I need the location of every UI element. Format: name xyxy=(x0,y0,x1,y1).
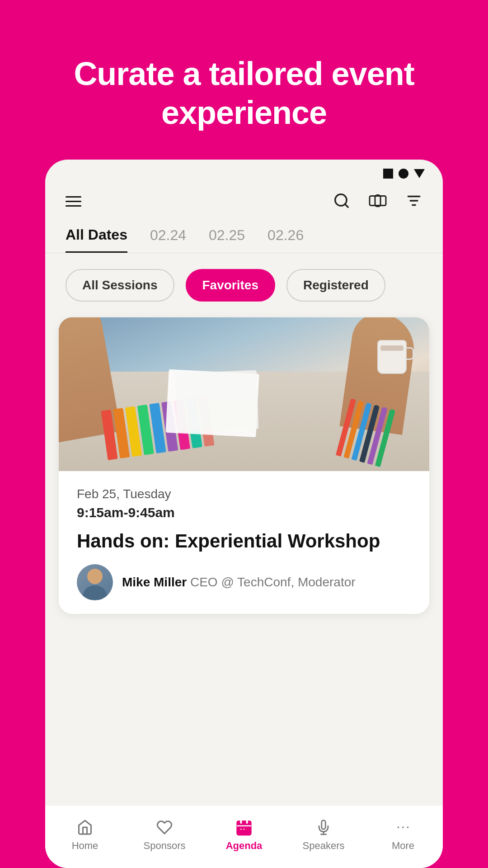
date-tabs: All Dates 02.24 02.25 02.26 xyxy=(45,222,443,253)
nav-item-agenda[interactable]: Agenda xyxy=(204,814,284,855)
nav-label-home: Home xyxy=(72,840,99,852)
heart-icon xyxy=(155,817,174,837)
nav-action-icons xyxy=(333,192,422,211)
session-title: Hands on: Experiential Workshop xyxy=(77,529,411,553)
ticket-button[interactable] xyxy=(368,192,387,211)
hero-section: Curate a tailored event experience xyxy=(0,0,488,160)
ticket-icon xyxy=(368,192,387,209)
search-button[interactable] xyxy=(333,192,350,211)
top-nav xyxy=(45,183,443,222)
avatar xyxy=(77,564,113,600)
phone-container: All Dates 02.24 02.25 02.26 All Sessions… xyxy=(45,160,443,868)
nav-label-more: More xyxy=(392,840,414,852)
registered-filter[interactable]: Registered xyxy=(286,269,385,302)
svg-point-17 xyxy=(402,826,404,828)
svg-rect-13 xyxy=(243,828,246,830)
session-time: 9:15am-9:45am xyxy=(77,505,411,520)
session-date: Feb 25, Tuesday xyxy=(77,487,411,501)
tab-0226[interactable]: 02.26 xyxy=(267,227,304,252)
session-filters: All Sessions Favorites Registered xyxy=(45,253,443,317)
nav-label-sponsors: Sponsors xyxy=(144,840,186,852)
speaker-row: Mike Miller CEO @ TechConf, Moderator xyxy=(77,564,411,600)
status-bar xyxy=(45,160,443,183)
speaker-details: Mike Miller CEO @ TechConf, Moderator xyxy=(122,575,356,590)
nav-item-more[interactable]: More xyxy=(363,814,443,855)
svg-point-18 xyxy=(407,826,409,828)
svg-rect-2 xyxy=(370,196,386,205)
session-info: Feb 25, Tuesday 9:15am-9:45am Hands on: … xyxy=(59,471,429,614)
more-icon xyxy=(393,817,413,837)
all-sessions-filter[interactable]: All Sessions xyxy=(66,269,174,302)
tab-0224[interactable]: 02.24 xyxy=(150,227,186,252)
svg-point-16 xyxy=(398,826,399,828)
nav-item-sponsors[interactable]: Sponsors xyxy=(125,814,204,855)
status-square-icon xyxy=(383,169,393,179)
nav-label-speakers: Speakers xyxy=(303,840,345,852)
session-card[interactable]: Feb 25, Tuesday 9:15am-9:45am Hands on: … xyxy=(59,317,429,614)
bottom-nav: Home Sponsors A xyxy=(45,805,443,868)
mic-icon xyxy=(314,817,333,837)
session-image xyxy=(59,317,429,471)
home-icon xyxy=(75,817,95,837)
tab-0225[interactable]: 02.25 xyxy=(209,227,245,252)
svg-line-1 xyxy=(345,204,348,207)
tab-all-dates[interactable]: All Dates xyxy=(66,226,127,253)
speaker-name: Mike Miller CEO @ TechConf, Moderator xyxy=(122,575,356,590)
calendar-icon xyxy=(234,817,254,837)
nav-item-speakers[interactable]: Speakers xyxy=(284,814,363,855)
status-circle-icon xyxy=(399,169,408,179)
hamburger-menu-button[interactable] xyxy=(66,196,81,207)
favorites-filter[interactable]: Favorites xyxy=(186,269,276,302)
search-icon xyxy=(333,192,350,209)
status-triangle-icon xyxy=(414,169,425,178)
hero-headline: Curate a tailored event experience xyxy=(36,54,452,132)
nav-label-agenda: Agenda xyxy=(226,840,263,852)
filter-icon xyxy=(405,192,422,209)
nav-item-home[interactable]: Home xyxy=(45,814,125,855)
filter-button[interactable] xyxy=(405,192,422,211)
